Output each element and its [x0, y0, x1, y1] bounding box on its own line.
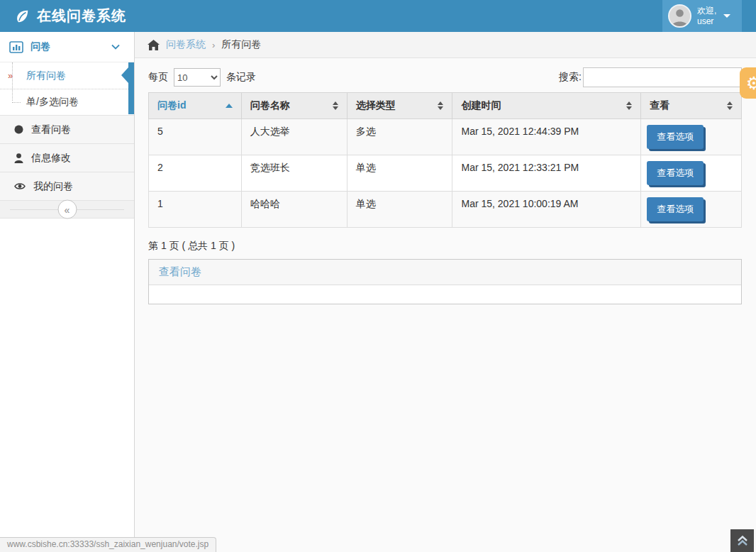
column-label: 问卷id: [157, 99, 186, 112]
cell-id: 1: [149, 192, 242, 228]
main-content: 问卷系统 › 所有问卷 ⚙ 每页 10 条记录 搜索: 问卷id: [135, 32, 756, 552]
cell-id: 5: [149, 119, 242, 155]
home-icon[interactable]: [148, 40, 160, 50]
cell-name: 竞选班长: [241, 155, 347, 192]
sidebar-item-label: 信息修改: [31, 152, 71, 165]
view-options-button[interactable]: 查看选项: [647, 197, 704, 221]
active-marker-icon: »: [8, 70, 13, 80]
column-label: 选择类型: [356, 99, 396, 112]
column-header-created[interactable]: 创建时间: [452, 93, 641, 119]
sidebar-item-single-multi-questionnaire[interactable]: 单/多选问卷: [0, 89, 134, 115]
settings-button[interactable]: ⚙: [740, 67, 756, 99]
cell-created: Mar 15, 2021 12:44:39 PM: [452, 119, 641, 155]
app-title: 在线问卷系统: [37, 6, 126, 26]
chevron-down-icon: [111, 44, 120, 50]
cell-type: 单选: [347, 155, 452, 192]
cell-id: 2: [149, 155, 242, 192]
active-indicator-arrow: [121, 67, 128, 83]
chevrons-up-icon: [736, 535, 749, 546]
leaf-icon: [14, 9, 30, 24]
column-header-type[interactable]: 选择类型: [347, 93, 452, 119]
panel-header: 查看问卷: [149, 260, 741, 285]
per-page-suffix: 条记录: [226, 71, 256, 84]
sidebar-item-my-questionnaire[interactable]: 我的问卷: [0, 172, 134, 200]
sidebar-item-view-questionnaire[interactable]: 查看问卷: [0, 115, 134, 143]
sidebar-item-label: 查看问卷: [31, 123, 71, 136]
cell-type: 多选: [347, 119, 452, 155]
sidebar-section-questionnaire[interactable]: 问卷: [0, 32, 134, 62]
sort-icon: [727, 101, 733, 110]
breadcrumb-root[interactable]: 问卷系统: [166, 38, 206, 51]
sort-icon: [438, 101, 443, 110]
user-menu[interactable]: 欢迎, user: [662, 0, 742, 32]
sort-asc-icon: [226, 104, 233, 108]
cell-name: 人大选举: [241, 119, 347, 155]
gear-icon: ⚙: [746, 74, 756, 92]
table-controls: 每页 10 条记录 搜索:: [148, 67, 742, 87]
brand: 在线问卷系统: [14, 0, 126, 32]
view-options-button[interactable]: 查看选项: [647, 161, 704, 185]
sidebar-submenu: » 所有问卷 单/多选问卷: [0, 62, 134, 115]
sidebar-item-label: 单/多选问卷: [26, 96, 79, 109]
content-body: 每页 10 条记录 搜索: 问卷id 问卷名称: [135, 58, 756, 304]
welcome-text: 欢迎, user: [697, 6, 716, 27]
collapse-icon: «: [65, 204, 70, 215]
breadcrumb: 问卷系统 › 所有问卷: [135, 32, 756, 58]
column-label: 查看: [650, 99, 669, 112]
sidebar: 问卷 » 所有问卷 单/多选问卷 查看问卷 信息修改: [0, 32, 135, 552]
page-info: 第 1 页 ( 总共 1 页 ): [148, 240, 742, 253]
caret-down-icon: [723, 14, 730, 18]
sidebar-item-label: 所有问卷: [26, 70, 66, 82]
table-row: 2 竞选班长 单选 Mar 15, 2021 12:33:21 PM 查看选项: [149, 155, 742, 192]
avatar: [668, 4, 691, 28]
sidebar-item-all-questionnaires[interactable]: » 所有问卷: [0, 62, 134, 89]
breadcrumb-separator: ›: [212, 40, 215, 50]
status-url-tooltip: www.csbishe.cn:33333/ssh_zaixian_wenjuan…: [0, 537, 216, 552]
cell-type: 单选: [347, 192, 452, 228]
cell-created: Mar 15, 2021 12:33:21 PM: [452, 155, 641, 192]
circle-icon: [14, 125, 23, 134]
column-label: 问卷名称: [250, 99, 290, 112]
view-options-button[interactable]: 查看选项: [647, 125, 704, 149]
sort-icon: [626, 101, 632, 110]
tree-branch: [12, 102, 21, 103]
welcome-line2: user: [697, 16, 713, 26]
user-icon: [14, 153, 23, 163]
cell-created: Mar 15, 2021 10:00:19 AM: [452, 192, 641, 228]
table-row: 1 哈哈哈 单选 Mar 15, 2021 10:00:19 AM 查看选项: [149, 192, 742, 228]
active-indicator-bar: [128, 62, 134, 114]
column-header-id[interactable]: 问卷id: [149, 93, 242, 119]
panel-body: [149, 285, 741, 304]
bar-chart-icon: [9, 41, 23, 53]
sidebar-collapse-button[interactable]: «: [57, 200, 77, 219]
sidebar-item-label: 我的问卷: [33, 180, 73, 193]
back-to-top-button[interactable]: [730, 529, 754, 552]
view-questionnaire-panel: 查看问卷: [148, 259, 742, 304]
search-label: 搜索:: [559, 71, 582, 84]
table-header-row: 问卷id 问卷名称 选择类型 创建时间: [149, 93, 742, 119]
questionnaire-table: 问卷id 问卷名称 选择类型 创建时间: [148, 92, 742, 228]
search-group: 搜索:: [559, 67, 742, 87]
panel-title-link[interactable]: 查看问卷: [159, 265, 201, 277]
breadcrumb-current: 所有问卷: [221, 38, 261, 51]
welcome-line1: 欢迎,: [697, 6, 716, 16]
column-header-view[interactable]: 查看: [641, 93, 742, 119]
top-navbar: 在线问卷系统 欢迎, user: [0, 0, 756, 32]
column-label: 创建时间: [461, 99, 501, 112]
eye-icon: [14, 182, 26, 190]
column-header-name[interactable]: 问卷名称: [241, 93, 347, 119]
search-input[interactable]: [583, 67, 742, 87]
per-page-label: 每页: [148, 71, 168, 84]
sidebar-collapse-row: «: [0, 200, 134, 219]
per-page-select[interactable]: 10: [174, 68, 221, 87]
sort-icon: [333, 101, 338, 110]
cell-name: 哈哈哈: [241, 192, 347, 228]
table-row: 5 人大选举 多选 Mar 15, 2021 12:44:39 PM 查看选项: [149, 119, 742, 155]
sidebar-section-label: 问卷: [30, 40, 50, 53]
sidebar-item-info-edit[interactable]: 信息修改: [0, 143, 134, 172]
